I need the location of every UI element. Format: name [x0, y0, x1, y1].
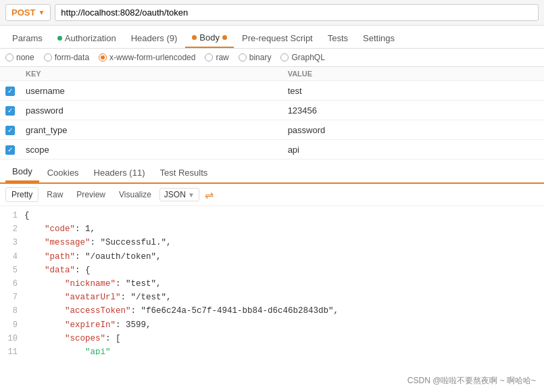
checkbox-row-3[interactable] [5, 145, 15, 155]
tab-pre-request[interactable]: Pre-request Script [235, 29, 320, 47]
json-line: 9 "expireIn": 3599, [0, 318, 544, 332]
json-line: 4 "path": "/oauth/token", [0, 250, 544, 264]
tab-label-settings: Settings [363, 33, 395, 43]
json-line: 11 "api" [0, 345, 544, 355]
tab-settings[interactable]: Settings [356, 29, 401, 47]
url-input[interactable] [55, 4, 539, 21]
method-select[interactable]: POST ▼ [5, 4, 51, 21]
bottom-tab-bar: BodyCookiesHeaders (11)Test Results [0, 160, 544, 184]
tab-tests[interactable]: Tests [321, 29, 355, 47]
format-btn-pretty[interactable]: Pretty [5, 187, 39, 202]
body-type-raw[interactable]: raw [205, 53, 228, 62]
table-row: scopeapi [0, 140, 544, 160]
radio-raw [205, 53, 213, 62]
tab-label-params: Params [12, 33, 43, 43]
body-type-form-data[interactable]: form-data [44, 53, 89, 62]
json-line: 3 "message": "Successful.", [0, 236, 544, 249]
tab-authorization[interactable]: Authorization [51, 29, 123, 47]
radio-graphql [280, 53, 289, 62]
body-type-label-raw: raw [216, 53, 228, 62]
col-checkbox [0, 67, 20, 81]
format-select[interactable]: JSON▼ [159, 188, 199, 201]
body-type-graphql[interactable]: GraphQL [280, 53, 324, 62]
tab-label-headers: Headers (9) [131, 33, 178, 43]
response-tab-test-results[interactable]: Test Results [153, 164, 214, 182]
body-type-label-none: none [16, 53, 34, 62]
kv-section: KEY VALUE usernametestpassword123456gran… [0, 67, 544, 160]
value-cell: password [282, 120, 544, 140]
tab-headers[interactable]: Headers (9) [124, 29, 184, 47]
json-response-area: 1{2 "code": 1,3 "message": "Successful."… [0, 206, 544, 355]
body-type-bar: noneform-datax-www-form-urlencodedrawbin… [0, 49, 544, 67]
col-value: VALUE [282, 67, 544, 81]
body-type-none[interactable]: none [5, 53, 34, 62]
line-content: "nickname": "test", [24, 277, 544, 291]
line-content: "message": "Successful.", [24, 236, 544, 249]
line-content: "api" [24, 345, 544, 355]
line-content: "expireIn": 3599, [24, 318, 544, 332]
line-content: "scopes": [ [24, 332, 544, 345]
format-btn-raw[interactable]: Raw [41, 188, 68, 201]
tab-label-authorization: Authorization [65, 33, 116, 43]
checkbox-row-2[interactable] [5, 126, 15, 135]
format-btn-visualize[interactable]: Visualize [114, 188, 157, 201]
format-btn-preview[interactable]: Preview [71, 188, 111, 201]
key-cell: scope [20, 140, 282, 160]
body-type-binary[interactable]: binary [239, 53, 272, 62]
line-number: 11 [0, 345, 24, 355]
line-number: 8 [0, 304, 24, 318]
format-select-label: JSON [164, 190, 186, 199]
body-type-label-x-www-form-urlencoded: x-www-form-urlencoded [109, 53, 195, 62]
tab-params[interactable]: Params [5, 29, 49, 47]
key-cell: grant_type [20, 120, 282, 140]
value-cell: test [282, 81, 544, 101]
tab-body[interactable]: Body [185, 28, 234, 48]
line-number: 1 [0, 209, 24, 222]
json-line: 8 "accessToken": "f6e6c24a-5c7f-4941-bb8… [0, 304, 544, 318]
key-cell: username [20, 81, 282, 101]
wrap-icon[interactable]: ⇌ [205, 189, 214, 201]
line-content: "data": { [24, 264, 544, 277]
body-active-dot [222, 35, 227, 40]
table-row: grant_typepassword [0, 120, 544, 140]
line-content: "code": 1, [24, 222, 544, 236]
checkbox-row-0[interactable] [5, 87, 15, 96]
line-number: 3 [0, 236, 24, 249]
radio-binary [239, 53, 247, 62]
json-line: 5 "data": { [0, 264, 544, 277]
line-number: 9 [0, 318, 24, 332]
radio-x-www-form-urlencoded [99, 53, 107, 62]
url-bar: POST ▼ [0, 0, 544, 26]
json-line: 6 "nickname": "test", [0, 277, 544, 291]
body-type-x-www-form-urlencoded[interactable]: x-www-form-urlencoded [99, 53, 195, 62]
response-tab-cookies[interactable]: Cookies [41, 164, 86, 182]
table-row: password123456 [0, 101, 544, 120]
value-cell: 123456 [282, 101, 544, 120]
json-line: 2 "code": 1, [0, 222, 544, 236]
tab-label-tests: Tests [328, 33, 348, 43]
body-dot-icon [192, 35, 197, 40]
tab-label-body: Body [199, 32, 220, 43]
tab-label-pre-request: Pre-request Script [242, 33, 313, 43]
value-cell: api [282, 140, 544, 160]
checkbox-row-1[interactable] [5, 106, 15, 116]
response-tab-headers[interactable]: Headers (11) [87, 164, 152, 182]
method-label: POST [11, 7, 35, 18]
line-content: "avatarUrl": "/test", [24, 291, 544, 304]
body-type-label-form-data: form-data [55, 53, 89, 62]
kv-table: KEY VALUE usernametestpassword123456gran… [0, 67, 544, 160]
radio-form-data [44, 53, 52, 62]
table-row: usernametest [0, 81, 544, 101]
json-line: 7 "avatarUrl": "/test", [0, 291, 544, 304]
line-number: 4 [0, 250, 24, 264]
response-tab-body[interactable]: Body [5, 162, 39, 182]
col-key: KEY [20, 67, 282, 81]
json-line: 10 "scopes": [ [0, 332, 544, 345]
top-tab-bar: ParamsAuthorizationHeaders (9)BodyPre-re… [0, 26, 544, 49]
line-number: 7 [0, 291, 24, 304]
format-chevron-icon: ▼ [188, 191, 195, 199]
body-type-label-graphql: GraphQL [291, 53, 324, 62]
format-bar: PrettyRawPreviewVisualizeJSON▼⇌ [0, 184, 544, 206]
line-number: 6 [0, 277, 24, 291]
body-type-label-binary: binary [249, 53, 272, 62]
